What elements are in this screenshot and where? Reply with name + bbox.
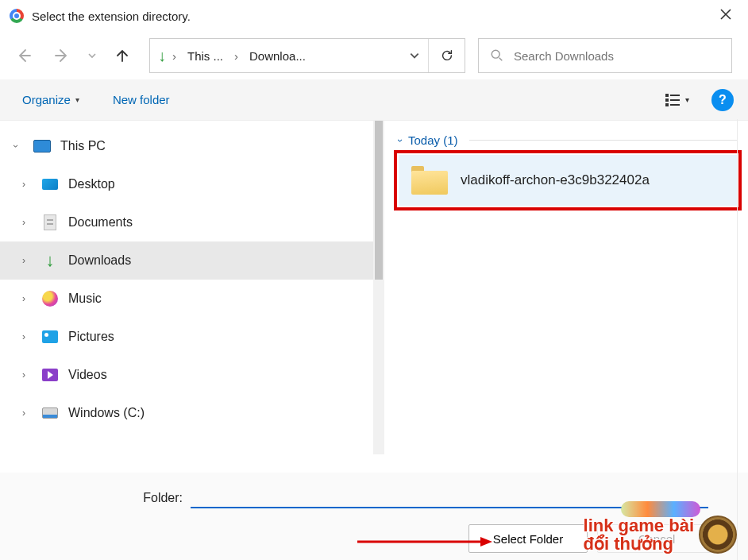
breadcrumb-seg-thispc[interactable]: This ... (179, 39, 231, 72)
sidebar-item-label: Videos (68, 368, 107, 382)
back-button[interactable] (6, 38, 41, 73)
svg-rect-5 (665, 103, 669, 106)
scrollbar-thumb[interactable] (375, 121, 383, 280)
sidebar-item-desktop[interactable]: › Desktop (0, 165, 373, 203)
pictures-icon (40, 329, 60, 345)
toolbar: Organize ▾ New folder ▾ ? (0, 79, 748, 121)
sidebar-item-thispc[interactable]: › This PC (0, 127, 373, 165)
desktop-icon (40, 176, 60, 192)
organize-button[interactable]: Organize ▾ (14, 88, 87, 111)
chevron-right-icon: › (8, 407, 40, 419)
chevron-down-icon (409, 50, 420, 61)
forward-button[interactable] (44, 38, 79, 73)
annotation-arrow (357, 535, 492, 548)
breadcrumb-seg-downloads[interactable]: Downloa... (241, 39, 314, 72)
downloads-icon: ↓ (40, 253, 60, 268)
svg-rect-1 (665, 94, 669, 97)
music-icon (40, 291, 60, 307)
group-header-today[interactable]: › Today (1) (399, 133, 737, 147)
search-box[interactable] (478, 38, 732, 73)
caret-down-icon: ▾ (685, 95, 689, 104)
breadcrumb-sep2: › (231, 39, 241, 72)
new-folder-button[interactable]: New folder (105, 88, 178, 111)
footer: Folder: Select Folder Cancel (0, 473, 748, 560)
cancel-label: Cancel (638, 532, 676, 546)
chevron-right-icon: › (8, 217, 40, 228)
sidebar-tree: › This PC › Desktop › Documents › ↓ Down… (0, 121, 373, 454)
folder-input[interactable] (191, 487, 708, 508)
sidebar-item-label: Desktop (68, 177, 115, 191)
sidebar-scrollbar[interactable] (373, 121, 384, 454)
view-list-icon (665, 93, 681, 107)
sidebar-item-drive-c[interactable]: › Windows (C:) (0, 394, 373, 432)
chrome-icon (10, 9, 24, 23)
select-folder-label: Select Folder (493, 532, 563, 546)
window-title: Select the extension directory. (32, 10, 713, 23)
up-button[interactable] (105, 38, 140, 73)
sidebar-item-label: This PC (60, 139, 106, 153)
svg-marker-8 (480, 537, 492, 546)
sidebar-item-pictures[interactable]: › Pictures (0, 318, 373, 356)
svg-rect-3 (665, 98, 669, 102)
sidebar-item-videos[interactable]: › Videos (0, 356, 373, 394)
refresh-icon (440, 48, 454, 63)
help-icon: ? (719, 93, 727, 107)
right-edge (737, 119, 748, 560)
sidebar-item-downloads[interactable]: › ↓ Downloads (0, 241, 373, 280)
cancel-button[interactable]: Cancel (597, 524, 716, 553)
sidebar-item-label: Downloads (68, 253, 131, 268)
sidebar-item-documents[interactable]: › Documents (0, 203, 373, 241)
svg-point-0 (492, 50, 499, 58)
help-button[interactable]: ? (711, 89, 734, 111)
button-row: Select Folder Cancel (16, 524, 732, 553)
sidebar-item-label: Documents (68, 215, 133, 230)
breadcrumb-downloads-icon[interactable]: ↓ (150, 39, 169, 72)
videos-icon (40, 367, 60, 383)
arrow-right-icon (54, 48, 70, 64)
caret-down-icon: ▾ (75, 95, 79, 104)
search-input[interactable] (514, 49, 720, 63)
svg-rect-6 (670, 104, 680, 106)
pc-icon (32, 138, 52, 154)
search-icon (490, 48, 504, 63)
svg-rect-4 (670, 99, 680, 101)
chevron-down-icon: › (10, 130, 21, 162)
sidebar-item-label: Windows (C:) (68, 406, 145, 420)
svg-rect-2 (670, 95, 680, 96)
sidebar-item-label: Pictures (68, 330, 114, 344)
sidebar-item-label: Music (68, 292, 102, 306)
chevron-right-icon: › (8, 369, 40, 380)
new-folder-label: New folder (113, 93, 170, 106)
chevron-right-icon: › (8, 179, 40, 190)
breadcrumb-bar[interactable]: ↓ › This ... › Downloa... (149, 38, 465, 73)
view-button[interactable]: ▾ (658, 88, 696, 112)
main-area: › This PC › Desktop › Documents › ↓ Down… (0, 121, 748, 454)
drive-icon (40, 405, 60, 421)
folder-label: Folder: (16, 491, 183, 505)
arrow-up-icon (114, 48, 130, 64)
group-label: Today (1) (408, 133, 458, 147)
file-list: › Today (1) vladikoff-archon-e3c9b322402… (384, 121, 748, 454)
folder-input-row: Folder: (16, 487, 732, 508)
chevron-right-icon: › (8, 255, 40, 266)
organize-label: Organize (22, 93, 71, 106)
folder-icon (411, 166, 448, 195)
documents-icon (40, 214, 60, 230)
title-bar: Select the extension directory. (0, 0, 748, 32)
close-icon (719, 8, 732, 21)
nav-bar: ↓ › This ... › Downloa... (0, 32, 748, 79)
refresh-button[interactable] (428, 39, 465, 72)
folder-name: vladikoff-archon-e3c9b322402a (461, 172, 650, 188)
sidebar-item-music[interactable]: › Music (0, 280, 373, 318)
arrow-left-icon (16, 48, 32, 64)
breadcrumb-sep1: › (169, 39, 179, 72)
folder-item-archon[interactable]: vladikoff-archon-e3c9b322402a (399, 155, 737, 206)
chevron-down-icon (87, 51, 97, 60)
recent-dropdown[interactable] (83, 38, 102, 73)
chevron-right-icon: › (8, 331, 40, 342)
close-button[interactable] (713, 5, 738, 28)
divider (469, 140, 737, 141)
chevron-right-icon: › (8, 293, 40, 304)
chevron-down-icon: › (395, 139, 406, 142)
breadcrumb-dropdown[interactable] (401, 39, 428, 72)
